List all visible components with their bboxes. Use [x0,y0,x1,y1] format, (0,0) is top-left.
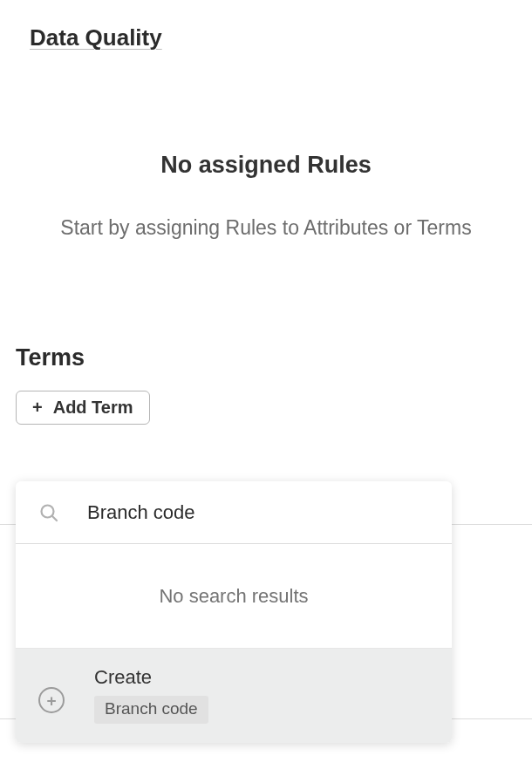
plus-icon: + [32,398,43,416]
section-title-data-quality: Data Quality [30,24,532,51]
search-row [16,481,452,544]
search-no-results: No search results [16,544,452,649]
circle-plus-icon: + [38,687,65,713]
section-title-terms: Terms [16,344,532,371]
create-chip: Branch code [94,696,208,724]
add-term-label: Add Term [53,398,133,418]
empty-subtext: Start by assigning Rules to Attributes o… [35,212,497,244]
empty-heading: No assigned Rules [35,152,497,179]
create-label: Create [94,666,152,689]
add-term-button[interactable]: + Add Term [16,391,150,425]
create-term-option[interactable]: + Create Branch code [16,649,452,743]
term-search-input[interactable] [87,501,429,524]
create-text-block: Create Branch code [94,666,208,724]
search-icon [38,502,59,523]
svg-line-1 [52,515,57,520]
term-search-popover: No search results + Create Branch code [16,481,452,743]
rules-empty-state: No assigned Rules Start by assigning Rul… [0,152,532,244]
